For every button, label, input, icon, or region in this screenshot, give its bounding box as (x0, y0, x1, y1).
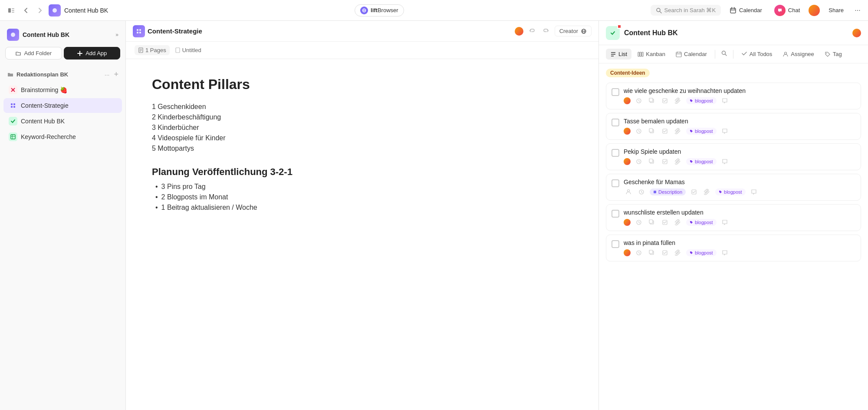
task-meta-btn-clock-4[interactable] (637, 188, 646, 196)
task-title-1: wie viele geschenke zu weihnachten updat… (624, 87, 855, 94)
task-panel: Content Hub BK List Kanban Calendar (599, 21, 868, 410)
task-meta-btn-check-4[interactable] (689, 188, 699, 196)
tag-icon-2 (690, 129, 693, 133)
task-meta-btn-copy-3[interactable] (647, 158, 657, 165)
task-item-1: wie viele geschenke zu weihnachten updat… (606, 83, 861, 109)
forward-button[interactable] (35, 5, 45, 16)
tag-filter[interactable]: Tag (820, 49, 846, 60)
doc-toolbar-left: Content-Strategie (133, 25, 523, 37)
share-button[interactable]: Share (825, 5, 847, 15)
topbar-right: Search in Sarah ⌘K Calendar Chat Share ·… (651, 3, 863, 18)
task-meta-btn-attach-2[interactable] (673, 127, 683, 135)
sidebar-expand-icon[interactable]: » (115, 32, 118, 38)
task-meta-btn-copy-2[interactable] (647, 127, 657, 135)
doc-main-title: Content Pillars (152, 76, 572, 93)
task-meta-btn-attach-3[interactable] (673, 158, 683, 165)
clock-icon-2 (636, 128, 642, 134)
comment-icon-4 (751, 189, 757, 195)
chat-label: Chat (788, 7, 800, 13)
task-checkbox-2[interactable] (612, 119, 619, 126)
svg-rect-3 (12, 12, 14, 13)
doc-panel-title: Content-Strategie (148, 27, 202, 35)
task-meta-btn-check-2[interactable] (660, 127, 670, 135)
task-checkbox-5[interactable] (612, 210, 619, 218)
untitled-doc[interactable]: Untitled (175, 47, 201, 53)
grid-icon (10, 103, 16, 108)
tab-calendar[interactable]: Calendar (671, 49, 711, 60)
liftbrowser-label: liftBrowser (371, 7, 398, 13)
more-options-button[interactable]: ··· (852, 5, 863, 16)
svg-point-14 (11, 33, 15, 37)
task-meta-comment-3[interactable] (720, 158, 730, 165)
bullet-item-3: 1 Beitrag aktualisieren / Woche (155, 204, 572, 212)
add-app-button[interactable]: Add App (64, 47, 121, 60)
svg-rect-23 (11, 135, 15, 139)
sidebar-item-keyword[interactable]: Keyword-Recherche (3, 129, 122, 144)
task-checkbox-4[interactable] (612, 179, 619, 187)
task-header: Content Hub BK (599, 21, 868, 45)
pillar-item-2: 2 Kinderbeschäftigung (152, 113, 572, 121)
assignee-filter[interactable]: Assignee (778, 49, 818, 60)
pages-badge[interactable]: 1 Pages (135, 45, 170, 55)
task-meta-btn-check-1[interactable] (660, 97, 670, 105)
sidebar-toggle-button[interactable] (5, 4, 17, 17)
task-meta-btn-copy-5[interactable] (647, 218, 657, 226)
sidebar-item-content-strategie[interactable]: Content-Strategie (3, 98, 122, 113)
task-meta-btn-attach-6[interactable] (673, 249, 683, 257)
task-meta-comment-2[interactable] (720, 127, 730, 135)
kanban-icon (638, 51, 644, 57)
liftbrowser-badge[interactable]: liftBrowser (355, 4, 404, 17)
description-tag: Description (650, 188, 686, 195)
creator-button[interactable]: Creator (555, 26, 592, 36)
section-add-icon[interactable]: + (114, 70, 118, 79)
task-meta-btn-clock-2[interactable] (634, 127, 644, 135)
task-meta-btn-attach-1[interactable] (673, 97, 683, 105)
tag-icon-5 (690, 221, 693, 224)
task-meta-btn-clock-6[interactable] (634, 249, 644, 257)
add-folder-button[interactable]: Add Folder (5, 47, 62, 60)
task-meta-comment-6[interactable] (720, 249, 730, 257)
task-meta-btn-clock-1[interactable] (634, 97, 644, 105)
sidebar-item-brainstorming[interactable]: Brainstorming 🍓 (3, 83, 122, 97)
task-meta-btn-attach-5[interactable] (673, 218, 683, 226)
redo-button[interactable] (541, 26, 551, 36)
tab-kanban[interactable]: Kanban (633, 49, 670, 60)
calendar-button[interactable]: Calendar (726, 5, 766, 16)
task-meta-comment-1[interactable] (720, 97, 730, 105)
chat-button[interactable]: Chat (771, 3, 803, 18)
task-meta-3: blogpost (624, 158, 855, 165)
task-meta-person-4[interactable] (624, 188, 633, 196)
task-meta-comment-4[interactable] (749, 188, 759, 196)
svg-line-9 (660, 11, 661, 13)
tab-list[interactable]: List (606, 49, 631, 60)
task-meta-btn-copy-6[interactable] (647, 249, 657, 257)
task-meta-btn-check-3[interactable] (660, 158, 670, 165)
doc-avatar (515, 27, 523, 36)
section-more-icon[interactable]: ··· (105, 71, 110, 78)
back-button[interactable] (21, 5, 31, 16)
task-avatar-5 (624, 219, 631, 226)
task-meta-btn-check-5[interactable] (660, 218, 670, 226)
search-bar[interactable]: Search in Sarah ⌘K (651, 5, 721, 16)
undo-button[interactable] (527, 26, 537, 36)
creator-globe-icon (581, 28, 587, 34)
task-checkbox-1[interactable] (612, 88, 619, 96)
task-meta-btn-copy-1[interactable] (647, 97, 657, 105)
task-meta-btn-check-6[interactable] (660, 249, 670, 257)
task-meta-btn-clock-3[interactable] (634, 158, 644, 165)
clock-icon-5 (636, 219, 642, 225)
task-search-button[interactable] (719, 48, 730, 60)
svg-rect-81 (649, 220, 653, 223)
task-meta-btn-clock-5[interactable] (634, 218, 644, 226)
desc-icon (653, 190, 657, 194)
task-header-icon (606, 26, 620, 40)
task-title-5: wunschliste erstellen updaten (624, 209, 855, 216)
task-checkbox-6[interactable] (612, 240, 619, 248)
task-meta-btn-attach-4[interactable] (702, 188, 712, 196)
sidebar-item-label-content-strategie: Content-Strategie (21, 102, 69, 109)
task-checkbox-3[interactable] (612, 149, 619, 157)
task-meta-comment-5[interactable] (720, 218, 730, 226)
all-todos-filter[interactable]: All Todos (737, 49, 777, 60)
pages-label: 1 Pages (145, 47, 166, 53)
sidebar-item-content-hub[interactable]: Content Hub BK (3, 114, 122, 129)
